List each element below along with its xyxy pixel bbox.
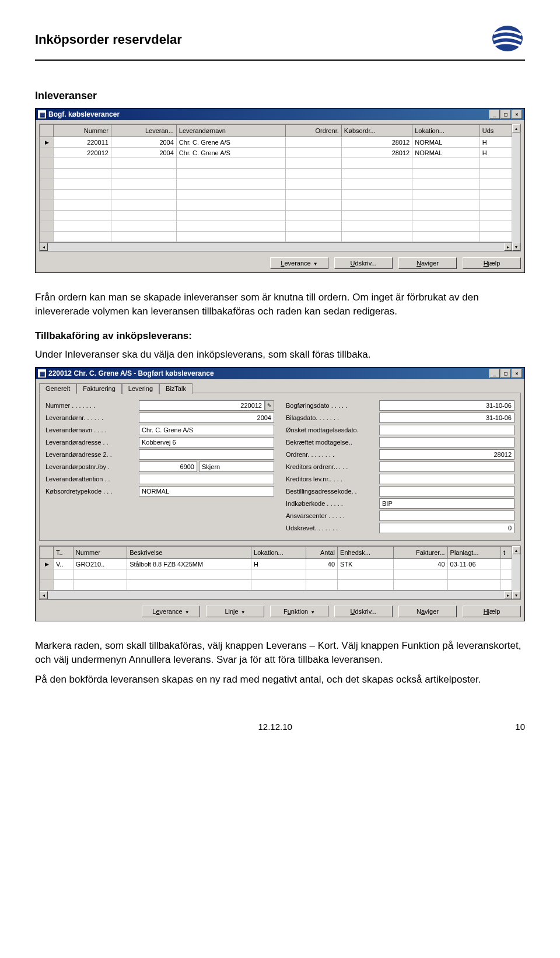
col-nummer[interactable]: Nummer bbox=[73, 547, 127, 559]
scroll-right-icon[interactable]: ▸ bbox=[504, 243, 512, 251]
col-antal[interactable]: Antal bbox=[306, 547, 338, 559]
help-button[interactable]: Hjælp bbox=[463, 257, 521, 269]
col-ordre[interactable]: Ordrenr. bbox=[286, 125, 341, 137]
deliveries-table[interactable]: Nummer Leveran... Leverandørnavn Ordrenr… bbox=[40, 124, 512, 242]
minimize-icon[interactable]: _ bbox=[489, 110, 500, 119]
subheading: Tillbakaföring av inköpsleverans: bbox=[35, 330, 525, 342]
col-t[interactable]: T.. bbox=[54, 547, 74, 559]
tab-biztalk[interactable]: BizTalk bbox=[159, 383, 192, 394]
col-nummer[interactable]: Nummer bbox=[54, 125, 111, 137]
indkoberkode-field[interactable]: BIP bbox=[379, 498, 514, 509]
col-enhed[interactable]: Enhedsk... bbox=[338, 547, 394, 559]
maximize-icon[interactable]: □ bbox=[501, 110, 511, 119]
window-purchase-deliveries: ▦ Bogf. købsleverancer _ □ × Nummer Leve… bbox=[35, 108, 525, 273]
maximize-icon[interactable]: □ bbox=[501, 369, 511, 378]
col-beskrivelse[interactable]: Beskrivelse bbox=[127, 547, 251, 559]
naviger-button[interactable]: Naviger bbox=[398, 257, 457, 269]
leverandoradresse-field[interactable]: Kobbervej 6 bbox=[139, 437, 274, 447]
h-scrollbar[interactable]: ◂ ▸ bbox=[40, 242, 512, 251]
tab-generelt[interactable]: Generelt bbox=[39, 383, 76, 394]
field-label: Leverandørpostnr./by . bbox=[46, 463, 139, 470]
window-title: Bogf. købsleverancer bbox=[48, 110, 120, 118]
page-header: Inköpsorder reservdelar bbox=[35, 23, 525, 61]
col-navn[interactable]: Leverandørnavn bbox=[176, 125, 286, 137]
attention-field[interactable] bbox=[139, 474, 274, 484]
v-scrollbar[interactable]: ▴ ▾ bbox=[512, 124, 520, 251]
col-lokation[interactable]: Lokation... bbox=[412, 125, 480, 137]
scroll-left-icon[interactable]: ◂ bbox=[40, 243, 48, 251]
leverandoradresse2-field[interactable] bbox=[139, 449, 274, 460]
window-icon: ▦ bbox=[38, 369, 46, 377]
field-label: Ansvarscenter . . . . . bbox=[286, 512, 379, 519]
field-label: Leverandøradresse 2. . bbox=[46, 451, 139, 458]
close-icon[interactable]: × bbox=[512, 110, 522, 119]
h-scrollbar[interactable]: ◂ ▸ bbox=[40, 590, 512, 599]
scroll-right-icon[interactable]: ▸ bbox=[504, 591, 512, 599]
udskriv-button[interactable]: Udskriv... bbox=[334, 257, 393, 269]
field-label: Ordrenr. . . . . . . . bbox=[286, 451, 379, 458]
paragraph: Under Inleveranser ska du välja den inkö… bbox=[35, 348, 525, 362]
minimize-icon[interactable]: _ bbox=[489, 369, 500, 378]
field-label: Leverandørnr. . . . . . bbox=[46, 414, 139, 421]
table-row[interactable]: ▶ 220011 2004 Chr. C. Grene A/S 28012 NO… bbox=[40, 137, 512, 148]
onsket-modtagelse-field[interactable] bbox=[379, 425, 514, 435]
linje-button[interactable]: Linje▼ bbox=[206, 606, 264, 617]
tab-levering[interactable]: Levering bbox=[122, 383, 159, 394]
scroll-down-icon[interactable]: ▾ bbox=[512, 243, 520, 251]
leverandornavn-field[interactable]: Chr. C. Grene A/S bbox=[139, 425, 274, 435]
field-label: Bogføringsdato . . . . . bbox=[286, 402, 379, 409]
close-icon[interactable]: × bbox=[512, 369, 522, 378]
leverance-button[interactable]: Leverance▼ bbox=[142, 606, 200, 617]
scroll-up-icon[interactable]: ▴ bbox=[512, 124, 520, 132]
leverance-button[interactable]: Leverance▼ bbox=[270, 257, 328, 269]
col-planlagt[interactable]: Planlagt... bbox=[447, 547, 501, 559]
field-label: Bilagsdato. . . . . . . bbox=[286, 414, 379, 421]
bekraeftet-field[interactable] bbox=[379, 437, 514, 447]
scroll-up-icon[interactable]: ▴ bbox=[512, 546, 520, 554]
funktion-button[interactable]: Funktion▼ bbox=[270, 606, 328, 617]
ordretypekode-field[interactable]: NORMAL bbox=[139, 486, 274, 497]
field-label: Ønsket modtagelsesdato. bbox=[286, 426, 379, 433]
v-scrollbar[interactable]: ▴ ▾ bbox=[512, 546, 520, 599]
kreditors-ordrenr-field[interactable] bbox=[379, 461, 514, 472]
scroll-down-icon[interactable]: ▾ bbox=[512, 591, 520, 599]
ordrenr-field[interactable]: 28012 bbox=[379, 449, 514, 460]
col-uds[interactable]: Uds bbox=[480, 125, 512, 137]
scroll-left-icon[interactable]: ◂ bbox=[40, 591, 48, 599]
field-label: Kreditors ordrenr.. . . . bbox=[286, 463, 379, 470]
udskriv-button[interactable]: Udskriv... bbox=[334, 606, 393, 617]
edit-icon[interactable]: ✎ bbox=[265, 400, 274, 411]
col-t2[interactable]: t bbox=[501, 547, 512, 559]
bogforingsdato-field[interactable]: 31-10-06 bbox=[379, 400, 514, 411]
field-label: Udskrevet. . . . . . . bbox=[286, 525, 379, 532]
col-fakturer[interactable]: Fakturer... bbox=[394, 547, 447, 559]
postnr-field[interactable]: 6900 bbox=[139, 461, 197, 472]
tab-fakturering[interactable]: Fakturering bbox=[76, 383, 122, 394]
window-title: 220012 Chr. C. Grene A/S - Bogført købsl… bbox=[48, 369, 214, 377]
col-lokation[interactable]: Lokation... bbox=[251, 547, 306, 559]
table-row[interactable]: 220012 2004 Chr. C. Grene A/S 28012 NORM… bbox=[40, 148, 512, 158]
nummer-field[interactable]: 220012 bbox=[139, 400, 265, 411]
field-label: Leverandørattention . . bbox=[46, 475, 139, 483]
field-label: Leverandøradresse . . bbox=[46, 439, 139, 446]
leverandornr-field[interactable]: 2004 bbox=[139, 412, 274, 423]
bestillingsadresse-field[interactable] bbox=[379, 486, 514, 497]
ansvarscenter-field[interactable] bbox=[379, 511, 514, 521]
by-field[interactable]: Skjern bbox=[199, 461, 274, 472]
field-label: Nummer . . . . . . . bbox=[46, 402, 139, 409]
help-button[interactable]: Hjælp bbox=[463, 606, 521, 617]
kreditors-levnr-field[interactable] bbox=[379, 474, 514, 484]
col-kobs[interactable]: Købsordr... bbox=[341, 125, 412, 137]
bilagsdato-field[interactable]: 31-10-06 bbox=[379, 412, 514, 423]
field-label: Kreditors lev.nr.. . . . bbox=[286, 475, 379, 483]
company-logo-icon bbox=[483, 23, 525, 56]
lines-table[interactable]: T.. Nummer Beskrivelse Lokation... Antal… bbox=[40, 546, 512, 590]
col-leveran[interactable]: Leveran... bbox=[111, 125, 176, 137]
window-delivery-card: ▦ 220012 Chr. C. Grene A/S - Bogført køb… bbox=[35, 367, 525, 621]
udskrevet-field[interactable]: 0 bbox=[379, 523, 514, 533]
table-row[interactable]: ▶ V.. GRO210.. Stålbolt 8.8 FZB 4X25MM H… bbox=[40, 559, 512, 569]
field-label: Bekræftet modtagelse.. bbox=[286, 439, 379, 446]
window-icon: ▦ bbox=[38, 110, 46, 118]
field-label: Leverandørnavn . . . . bbox=[46, 426, 139, 433]
naviger-button[interactable]: Naviger bbox=[398, 606, 457, 617]
